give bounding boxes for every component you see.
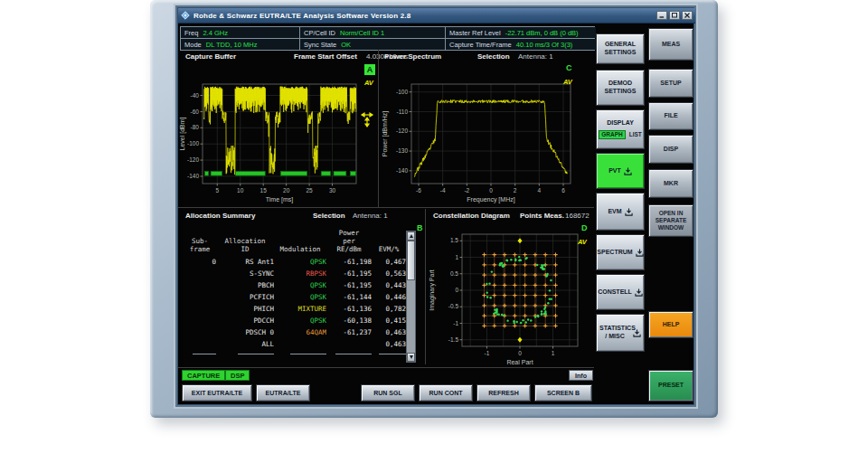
scrollbar-thumb[interactable] [407, 241, 415, 280]
panel-divider-horizontal-bottom [178, 367, 594, 368]
screen-b-button[interactable]: SCREEN B [534, 384, 592, 402]
info-freq: Freq2.4 GHz [181, 27, 299, 38]
table-cell: ALL [216, 340, 274, 348]
softkey-label: SPECTRUM [597, 249, 632, 257]
capture-buffer-title: Capture Buffer [185, 52, 236, 61]
scroll-down-button[interactable] [407, 353, 415, 362]
svg-text:Power [dBm/Hz]: Power [dBm/Hz] [382, 111, 389, 157]
svg-text:-0.5: -0.5 [448, 303, 459, 309]
softkey-statistics-misc[interactable]: STATISTICS / MISC [596, 314, 645, 352]
exit-eutra-lte-button[interactable]: EXIT EUTRA/LTE [182, 384, 252, 402]
hardkey-help[interactable]: HELP [648, 311, 693, 338]
softkey-spectrum[interactable]: SPECTRUM [596, 234, 645, 270]
run-cont-button[interactable]: RUN CONT [419, 384, 473, 402]
selection-label-bottom: Selection [313, 212, 345, 220]
screen-assign-icon [625, 208, 633, 216]
capture-buffer-chart: 51015202530-40-60-80-100-120-140Time [ms… [178, 61, 377, 207]
svg-text:0: 0 [489, 187, 493, 194]
softkey-label: STATISTICS / MISC [599, 325, 630, 341]
table-cell: 0,463 [372, 328, 406, 336]
close-icon [684, 12, 691, 19]
table-cell: 0 [184, 258, 216, 266]
softkey-display[interactable]: DISPLAY GRAPH LIST [596, 109, 645, 149]
info-button[interactable]: Info [569, 370, 593, 381]
softkey-general-settings[interactable]: GENERAL SETTINGS [596, 33, 645, 64]
rohde-schwarz-logo-icon [181, 11, 190, 20]
page: Rohde & Schwarz EUTRA/LTE Analysis Softw… [0, 0, 868, 463]
screen-b-letter: B [417, 223, 423, 232]
table-scrollbar[interactable] [406, 231, 416, 363]
move-marker-icon[interactable] [358, 109, 376, 129]
hardkey-setup[interactable]: SETUP [648, 69, 693, 98]
svg-text:0: 0 [455, 287, 458, 293]
allocation-summary-table: Sub- frame Allocation ID Modulation Powe… [184, 223, 406, 357]
softkey-label: DEMOD SETTINGS [599, 80, 642, 96]
softkey-demod-settings[interactable]: DEMOD SETTINGS [596, 70, 645, 106]
table-cell: 0,446 [372, 293, 406, 301]
spectrum-trace-mode: AV [563, 78, 572, 86]
svg-text:-1.5: -1.5 [448, 336, 459, 343]
softkey-pvt[interactable]: PVT [596, 153, 645, 189]
softkey-label: PVT [609, 167, 621, 175]
refresh-button[interactable]: REFRESH [476, 384, 531, 402]
monitor-bezel: Rohde & Schwarz EUTRA/LTE Analysis Softw… [150, 0, 718, 418]
table-cell: 0,443 [372, 281, 406, 289]
table-cell: -60,138 [326, 317, 372, 325]
hardkey-open-separate-window[interactable]: OPEN IN SEPARATE WINDOW [648, 204, 693, 237]
selection-value-top: Antenna: 1 [518, 52, 553, 61]
info-capture-time-frame: Capture Time/Frame40.10 ms/3 Of 3(3) [446, 39, 596, 50]
maximize-icon [671, 12, 678, 19]
svg-text:6: 6 [561, 187, 565, 194]
table-cell: -61,195 [326, 281, 372, 289]
maximize-button[interactable] [669, 11, 680, 20]
display-list-label: LIST [629, 131, 642, 138]
table-next-row-dashes [184, 350, 406, 357]
col-power-per-re: Power per RE/dBm [326, 229, 372, 253]
svg-text:0: 0 [518, 350, 522, 356]
col-modulation: Modulation [274, 245, 326, 253]
table-row: ALL0,463 [184, 338, 406, 350]
points-meas-label: Points Meas. [520, 212, 564, 220]
arrow-up-icon [410, 234, 413, 238]
hardkey-preset[interactable]: PRESET [648, 370, 693, 402]
screen-c-letter: C [566, 63, 572, 72]
screen-a-badge: A [364, 64, 375, 75]
hardkey-disp[interactable]: DISP [648, 135, 693, 164]
softkey-constell[interactable]: CONSTELL [596, 274, 645, 310]
screen-d-letter: D [581, 223, 588, 232]
screen-assign-icon [624, 167, 632, 175]
window-title: Rohde & Schwarz EUTRA/LTE Analysis Softw… [193, 12, 655, 20]
table-row: PBCHQPSK-61,1950,443 [184, 279, 406, 291]
table-cell: PHICH [216, 305, 274, 313]
table-cell: PCFICH [216, 293, 274, 301]
svg-text:1: 1 [455, 254, 458, 260]
constellation-trace-mode: AV [578, 238, 587, 246]
close-button[interactable] [682, 11, 693, 20]
softkey-label: CONSTELL [598, 288, 632, 297]
table-row: S-SYNCRBPSK-61,1950,563 [184, 268, 406, 279]
svg-text:-120: -120 [187, 156, 199, 163]
table-cell: 0,782 [372, 305, 406, 313]
table-cell: -61,144 [326, 293, 372, 301]
softkey-label: DISPLAY [607, 119, 634, 128]
scroll-up-button[interactable] [407, 232, 415, 241]
hardkey-meas[interactable]: MEAS [648, 28, 693, 61]
info-sync-state: Sync StateOK [300, 39, 445, 50]
minimize-button[interactable] [656, 11, 667, 20]
minimize-icon [658, 12, 665, 19]
hardkey-mkr[interactable]: MKR [648, 169, 693, 198]
softkey-evm[interactable]: EVM [596, 193, 645, 231]
screen-assign-icon [635, 288, 643, 297]
svg-text:4: 4 [538, 187, 542, 194]
col-subframe: Sub- frame [184, 237, 216, 253]
eutra-lte-button[interactable]: EUTRA/LTE [256, 384, 310, 402]
run-sgl-button[interactable]: RUN SGL [361, 384, 415, 402]
allocation-summary-title: Allocation Summary [185, 212, 255, 220]
info-mode: ModeDL TDD, 10 MHz [181, 39, 299, 50]
table-cell: RBPSK [274, 269, 326, 278]
table-cell: -61,136 [326, 305, 372, 313]
col-evm: EVM/% [372, 245, 406, 253]
panel-divider-vertical-bottom [425, 209, 426, 364]
svg-text:-130: -130 [396, 147, 408, 154]
hardkey-file[interactable]: FILE [648, 102, 693, 130]
